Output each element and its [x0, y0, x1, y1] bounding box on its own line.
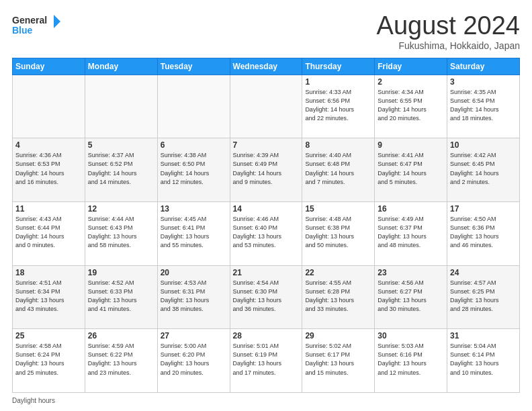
day-info: Sunrise: 4:54 AM Sunset: 6:30 PM Dayligh…	[233, 279, 300, 314]
day-info: Sunrise: 4:38 AM Sunset: 6:50 PM Dayligh…	[161, 151, 227, 186]
day-header: Thursday	[302, 58, 375, 75]
month-title: August 2024	[377, 12, 520, 40]
day-number: 8	[305, 140, 371, 150]
day-info: Sunrise: 4:56 AM Sunset: 6:27 PM Dayligh…	[378, 279, 444, 314]
calendar-cell	[157, 75, 230, 138]
calendar-cell: 7Sunrise: 4:39 AM Sunset: 6:49 PM Daylig…	[230, 138, 302, 202]
logo: General Blue	[12, 12, 60, 39]
calendar-cell: 16Sunrise: 4:49 AM Sunset: 6:37 PM Dayli…	[375, 202, 447, 266]
svg-marker-2	[54, 15, 60, 28]
calendar-cell: 12Sunrise: 4:44 AM Sunset: 6:43 PM Dayli…	[85, 202, 157, 266]
day-header: Saturday	[447, 58, 520, 75]
calendar-cell: 6Sunrise: 4:38 AM Sunset: 6:50 PM Daylig…	[157, 138, 230, 202]
day-number: 31	[450, 331, 517, 340]
day-info: Sunrise: 4:57 AM Sunset: 6:25 PM Dayligh…	[450, 279, 517, 314]
calendar-cell: 25Sunrise: 4:58 AM Sunset: 6:24 PM Dayli…	[13, 329, 85, 393]
day-info: Sunrise: 5:02 AM Sunset: 6:17 PM Dayligh…	[305, 342, 371, 377]
day-info: Sunrise: 4:48 AM Sunset: 6:38 PM Dayligh…	[305, 215, 371, 250]
calendar-cell: 31Sunrise: 5:04 AM Sunset: 6:14 PM Dayli…	[447, 329, 520, 393]
day-info: Sunrise: 4:36 AM Sunset: 6:53 PM Dayligh…	[15, 151, 82, 186]
calendar-cell: 18Sunrise: 4:51 AM Sunset: 6:34 PM Dayli…	[13, 265, 85, 329]
day-number: 28	[233, 331, 300, 340]
calendar-cell: 9Sunrise: 4:41 AM Sunset: 6:47 PM Daylig…	[375, 138, 447, 202]
day-number: 17	[450, 204, 517, 214]
title-block: August 2024 Fukushima, Hokkaido, Japan	[377, 12, 520, 51]
calendar-cell	[85, 75, 157, 138]
day-info: Sunrise: 4:34 AM Sunset: 6:55 PM Dayligh…	[378, 88, 444, 123]
calendar-cell: 28Sunrise: 5:01 AM Sunset: 6:19 PM Dayli…	[230, 329, 302, 393]
day-info: Sunrise: 4:52 AM Sunset: 6:33 PM Dayligh…	[88, 279, 154, 314]
day-number: 1	[305, 77, 371, 87]
calendar-cell: 27Sunrise: 5:00 AM Sunset: 6:20 PM Dayli…	[157, 329, 230, 393]
day-info: Sunrise: 4:43 AM Sunset: 6:44 PM Dayligh…	[15, 215, 82, 250]
day-number: 18	[15, 268, 82, 277]
day-number: 16	[378, 204, 444, 214]
calendar-cell: 5Sunrise: 4:37 AM Sunset: 6:52 PM Daylig…	[85, 138, 157, 202]
calendar-cell: 15Sunrise: 4:48 AM Sunset: 6:38 PM Dayli…	[302, 202, 375, 266]
calendar-cell: 10Sunrise: 4:42 AM Sunset: 6:45 PM Dayli…	[447, 138, 520, 202]
calendar-cell: 23Sunrise: 4:56 AM Sunset: 6:27 PM Dayli…	[375, 265, 447, 329]
calendar-week-row: 11Sunrise: 4:43 AM Sunset: 6:44 PM Dayli…	[13, 202, 520, 266]
daylight-label: Daylight hours	[12, 397, 55, 404]
calendar-cell: 3Sunrise: 4:35 AM Sunset: 6:54 PM Daylig…	[447, 75, 520, 138]
day-info: Sunrise: 4:40 AM Sunset: 6:48 PM Dayligh…	[305, 151, 371, 186]
calendar-cell	[13, 75, 85, 138]
calendar-cell: 22Sunrise: 4:55 AM Sunset: 6:28 PM Dayli…	[302, 265, 375, 329]
calendar-header-row: SundayMondayTuesdayWednesdayThursdayFrid…	[13, 58, 520, 75]
day-number: 24	[450, 268, 517, 277]
day-info: Sunrise: 5:03 AM Sunset: 6:16 PM Dayligh…	[378, 342, 444, 377]
day-number: 25	[15, 331, 82, 340]
calendar-cell: 26Sunrise: 4:59 AM Sunset: 6:22 PM Dayli…	[85, 329, 157, 393]
day-number: 9	[378, 140, 444, 150]
day-number: 30	[378, 331, 444, 340]
day-number: 20	[161, 268, 227, 277]
day-number: 19	[88, 268, 154, 277]
calendar-table: SundayMondayTuesdayWednesdayThursdayFrid…	[12, 58, 520, 393]
day-info: Sunrise: 4:59 AM Sunset: 6:22 PM Dayligh…	[88, 342, 154, 377]
day-info: Sunrise: 4:33 AM Sunset: 6:56 PM Dayligh…	[305, 88, 371, 123]
day-number: 14	[233, 204, 300, 214]
calendar-week-row: 18Sunrise: 4:51 AM Sunset: 6:34 PM Dayli…	[13, 265, 520, 329]
day-number: 6	[161, 140, 227, 150]
day-number: 7	[233, 140, 300, 150]
day-number: 22	[305, 268, 371, 277]
calendar-cell: 17Sunrise: 4:50 AM Sunset: 6:36 PM Dayli…	[447, 202, 520, 266]
day-number: 12	[88, 204, 154, 214]
day-info: Sunrise: 4:49 AM Sunset: 6:37 PM Dayligh…	[378, 215, 444, 250]
calendar-cell	[230, 75, 302, 138]
day-info: Sunrise: 4:39 AM Sunset: 6:49 PM Dayligh…	[233, 151, 300, 186]
day-number: 27	[161, 331, 227, 340]
day-info: Sunrise: 4:42 AM Sunset: 6:45 PM Dayligh…	[450, 151, 517, 186]
calendar-cell: 1Sunrise: 4:33 AM Sunset: 6:56 PM Daylig…	[302, 75, 375, 138]
calendar-cell: 24Sunrise: 4:57 AM Sunset: 6:25 PM Dayli…	[447, 265, 520, 329]
day-info: Sunrise: 4:37 AM Sunset: 6:52 PM Dayligh…	[88, 151, 154, 186]
calendar-cell: 13Sunrise: 4:45 AM Sunset: 6:41 PM Dayli…	[157, 202, 230, 266]
day-info: Sunrise: 5:04 AM Sunset: 6:14 PM Dayligh…	[450, 342, 517, 377]
day-info: Sunrise: 4:46 AM Sunset: 6:40 PM Dayligh…	[233, 215, 300, 250]
day-info: Sunrise: 4:45 AM Sunset: 6:41 PM Dayligh…	[161, 215, 227, 250]
day-info: Sunrise: 5:01 AM Sunset: 6:19 PM Dayligh…	[233, 342, 300, 377]
header: General Blue August 2024 Fukushima, Hokk…	[12, 12, 520, 51]
day-number: 11	[15, 204, 82, 214]
calendar-week-row: 4Sunrise: 4:36 AM Sunset: 6:53 PM Daylig…	[13, 138, 520, 202]
day-number: 3	[450, 77, 517, 87]
calendar-week-row: 1Sunrise: 4:33 AM Sunset: 6:56 PM Daylig…	[13, 75, 520, 138]
day-number: 21	[233, 268, 300, 277]
day-header: Wednesday	[230, 58, 302, 75]
day-number: 29	[305, 331, 371, 340]
day-info: Sunrise: 5:00 AM Sunset: 6:20 PM Dayligh…	[161, 342, 227, 377]
calendar-cell: 14Sunrise: 4:46 AM Sunset: 6:40 PM Dayli…	[230, 202, 302, 266]
day-number: 26	[88, 331, 154, 340]
day-header: Friday	[375, 58, 447, 75]
day-info: Sunrise: 4:51 AM Sunset: 6:34 PM Dayligh…	[15, 279, 82, 314]
calendar-cell: 19Sunrise: 4:52 AM Sunset: 6:33 PM Dayli…	[85, 265, 157, 329]
day-number: 13	[161, 204, 227, 214]
day-number: 15	[305, 204, 371, 214]
day-info: Sunrise: 4:50 AM Sunset: 6:36 PM Dayligh…	[450, 215, 517, 250]
day-info: Sunrise: 4:55 AM Sunset: 6:28 PM Dayligh…	[305, 279, 371, 314]
day-header: Tuesday	[157, 58, 230, 75]
calendar-cell: 4Sunrise: 4:36 AM Sunset: 6:53 PM Daylig…	[13, 138, 85, 202]
calendar-cell: 2Sunrise: 4:34 AM Sunset: 6:55 PM Daylig…	[375, 75, 447, 138]
day-number: 4	[15, 140, 82, 150]
day-info: Sunrise: 4:44 AM Sunset: 6:43 PM Dayligh…	[88, 215, 154, 250]
